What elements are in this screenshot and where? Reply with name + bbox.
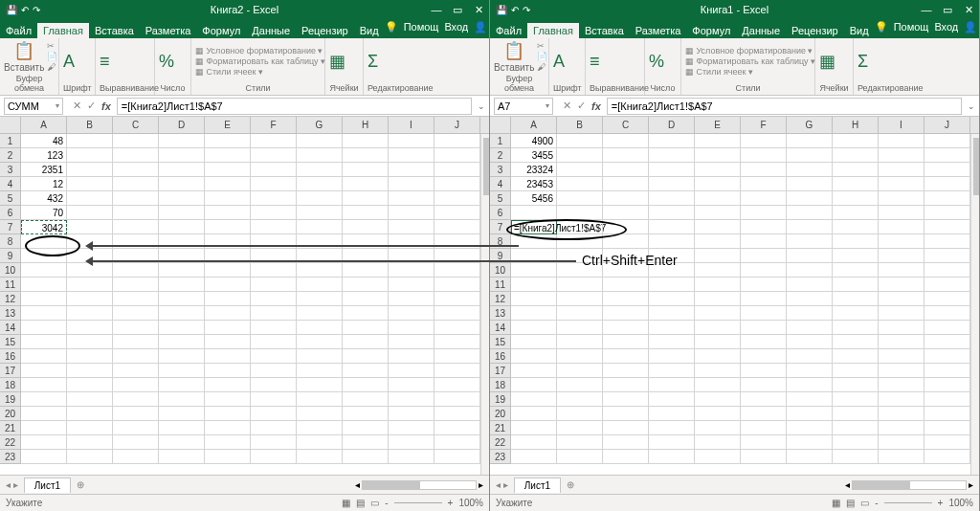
cell-G5[interactable] (297, 191, 343, 206)
cell-I23[interactable] (389, 450, 434, 464)
cell-D4[interactable] (649, 177, 695, 191)
cell-H1[interactable] (833, 134, 879, 148)
cell-E18[interactable] (205, 378, 251, 392)
cell-F12[interactable] (251, 292, 297, 306)
cell-E1[interactable] (205, 134, 251, 148)
cell-E15[interactable] (205, 335, 251, 349)
col-header-D[interactable]: D (649, 117, 695, 133)
tab-разметка[interactable]: Разметка (140, 23, 197, 38)
cell-H13[interactable] (833, 306, 879, 321)
cell-I2[interactable] (879, 148, 924, 163)
cell-I22[interactable] (389, 435, 434, 450)
cell-D19[interactable] (159, 392, 205, 407)
row-header-3[interactable]: 3 (0, 163, 21, 177)
cell-E5[interactable] (695, 191, 741, 206)
cell-C12[interactable] (113, 292, 159, 306)
editing-icon[interactable]: Σ (858, 52, 868, 72)
cell-E13[interactable] (695, 306, 741, 321)
cell-E17[interactable] (695, 364, 741, 378)
cell-E17[interactable] (205, 364, 251, 378)
cell-B21[interactable] (67, 421, 113, 435)
cell-B13[interactable] (67, 306, 113, 321)
cell-C3[interactable] (113, 163, 159, 177)
signin-label[interactable]: Вход (934, 21, 958, 33)
cell-C10[interactable] (113, 263, 159, 278)
cell-F23[interactable] (251, 450, 297, 464)
cell-E11[interactable] (695, 278, 741, 292)
cell-E14[interactable] (695, 321, 741, 335)
cell-A5[interactable]: 432 (21, 191, 67, 206)
close-icon[interactable]: ✕ (962, 4, 975, 16)
cell-H4[interactable] (833, 177, 879, 191)
cell-F22[interactable] (251, 435, 297, 450)
col-header-J[interactable]: J (434, 117, 480, 133)
fx-icon[interactable]: fx (101, 100, 111, 112)
cell-F14[interactable] (251, 321, 297, 335)
cell-B5[interactable] (67, 191, 113, 206)
cell-D3[interactable] (159, 163, 205, 177)
col-header-F[interactable]: F (741, 117, 787, 133)
cell-B12[interactable] (67, 292, 113, 306)
cell-G16[interactable] (787, 349, 833, 364)
cell-B19[interactable] (67, 392, 113, 407)
row-header-2[interactable]: 2 (0, 148, 21, 163)
font-icon[interactable]: A (553, 52, 565, 72)
tab-формул[interactable]: Формул (686, 23, 736, 38)
cell-E10[interactable] (205, 263, 251, 278)
col-header-F[interactable]: F (251, 117, 297, 133)
percent-icon[interactable]: % (649, 52, 664, 72)
row-header-13[interactable]: 13 (490, 306, 511, 321)
cell-B6[interactable] (557, 206, 603, 220)
cell-C4[interactable] (113, 177, 159, 191)
zoom-in-icon[interactable]: + (448, 498, 454, 508)
cell-I17[interactable] (389, 364, 434, 378)
cell-H20[interactable] (833, 407, 879, 421)
format-as-table[interactable]: ▦ Форматировать как таблицу ▾ (685, 56, 815, 66)
cell-C17[interactable] (603, 364, 649, 378)
cell-B2[interactable] (67, 148, 113, 163)
row-header-12[interactable]: 12 (490, 292, 511, 306)
col-header-A[interactable]: A (21, 117, 67, 133)
cell-H3[interactable] (833, 163, 879, 177)
cell-I13[interactable] (389, 306, 434, 321)
cell-D21[interactable] (649, 421, 695, 435)
cell-J20[interactable] (924, 407, 970, 421)
cell-E21[interactable] (695, 421, 741, 435)
cell-A2[interactable]: 3455 (511, 148, 557, 163)
row-header-16[interactable]: 16 (0, 349, 21, 364)
save-icon[interactable]: 💾 (6, 5, 17, 15)
cell-F8[interactable] (741, 234, 787, 249)
cell-F10[interactable] (251, 263, 297, 278)
cell-G9[interactable] (787, 249, 833, 263)
cell-J23[interactable] (924, 450, 970, 464)
cell-H21[interactable] (343, 421, 389, 435)
cell-H23[interactable] (343, 450, 389, 464)
cell-H20[interactable] (343, 407, 389, 421)
cell-D10[interactable] (159, 263, 205, 278)
cell-A20[interactable] (511, 407, 557, 421)
cell-G15[interactable] (787, 335, 833, 349)
view-normal-icon[interactable]: ▦ (342, 498, 350, 508)
cell-I11[interactable] (879, 278, 924, 292)
row-header-10[interactable]: 10 (490, 263, 511, 278)
row-header-7[interactable]: 7 (0, 220, 21, 234)
cell-A1[interactable]: 48 (21, 134, 67, 148)
cell-D20[interactable] (159, 407, 205, 421)
cell-A11[interactable] (21, 278, 67, 292)
col-header-C[interactable]: C (603, 117, 649, 133)
cell-I18[interactable] (389, 378, 434, 392)
minimize-icon[interactable]: — (430, 4, 443, 16)
cell-B19[interactable] (557, 392, 603, 407)
cell-D21[interactable] (159, 421, 205, 435)
tab-вставка[interactable]: Вставка (579, 23, 630, 38)
signin-label[interactable]: Вход (444, 21, 468, 33)
cell-A22[interactable] (21, 435, 67, 450)
cell-D14[interactable] (159, 321, 205, 335)
cell-H23[interactable] (833, 450, 879, 464)
cell-A12[interactable] (511, 292, 557, 306)
cell-F21[interactable] (251, 421, 297, 435)
cell-styles[interactable]: ▦ Стили ячеек ▾ (685, 67, 815, 77)
cell-F1[interactable] (741, 134, 787, 148)
cell-J6[interactable] (924, 206, 970, 220)
cell-H17[interactable] (833, 364, 879, 378)
